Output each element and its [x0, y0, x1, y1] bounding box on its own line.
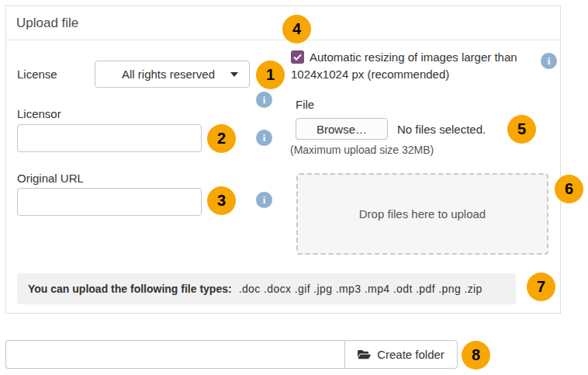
- resize-checkbox[interactable]: [291, 50, 304, 64]
- license-select[interactable]: All rights reserved: [95, 61, 250, 88]
- folder-open-icon: [358, 349, 371, 360]
- chevron-down-icon: [230, 72, 238, 77]
- checkmark-icon: [293, 54, 302, 61]
- callout-badge-7: 7: [527, 273, 555, 301]
- folder-name-input[interactable]: [5, 340, 345, 369]
- file-status-text: No files selected.: [397, 123, 486, 136]
- dropzone-text: Drop files here to upload: [359, 207, 486, 220]
- licensor-label: Licensor: [17, 107, 61, 120]
- callout-badge-2: 2: [207, 124, 236, 153]
- license-label: License: [17, 68, 57, 81]
- license-selected-value: All rights reserved: [106, 68, 230, 81]
- callout-badge-6: 6: [555, 175, 583, 203]
- browse-button[interactable]: Browse…: [296, 118, 388, 140]
- filetypes-bar: You can upload the following file types:…: [17, 273, 516, 304]
- callout-badge-1: 1: [256, 61, 285, 89]
- resize-checkbox-label: Automatic resizing of images larger than…: [291, 50, 517, 81]
- filetypes-label: You can upload the following file types:: [28, 283, 232, 295]
- callout-badge-5: 5: [507, 115, 536, 144]
- panel-title: Upload file: [16, 16, 78, 31]
- callout-badge-4: 4: [282, 15, 311, 43]
- original-url-info-icon[interactable]: i: [256, 192, 272, 208]
- filetypes-list: .doc .docx .gif .jpg .mp3 .mp4 .odt .pdf…: [239, 283, 483, 295]
- create-folder-label: Create folder: [377, 348, 444, 361]
- licensor-info-icon[interactable]: i: [256, 130, 272, 146]
- max-upload-note: (Maximum upload size 32MB): [290, 144, 434, 156]
- create-folder-button[interactable]: Create folder: [344, 340, 458, 369]
- resize-info-icon[interactable]: i: [541, 53, 557, 69]
- original-url-label: Original URL: [17, 172, 84, 185]
- licensor-input[interactable]: [17, 124, 202, 152]
- resize-checkbox-row: Automatic resizing of images larger than…: [291, 49, 524, 83]
- original-url-input[interactable]: [17, 188, 202, 216]
- license-info-icon[interactable]: i: [256, 92, 272, 108]
- callout-badge-8: 8: [462, 341, 490, 370]
- file-label: File: [296, 98, 314, 111]
- callout-badge-3: 3: [207, 186, 236, 215]
- file-dropzone[interactable]: Drop files here to upload: [296, 173, 548, 255]
